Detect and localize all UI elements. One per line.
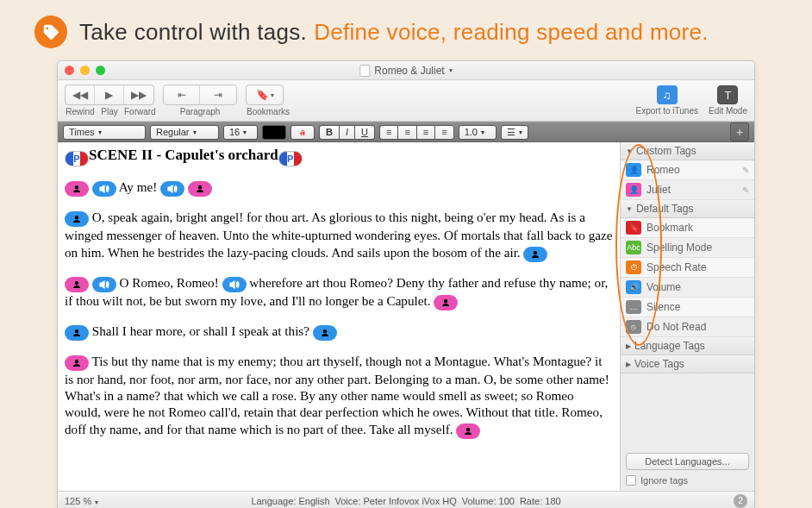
tag-romeo[interactable]: 👤Romeo✎: [621, 160, 754, 180]
align-center-button[interactable]: ≡: [397, 125, 415, 140]
juliet-tag-icon[interactable]: [434, 295, 458, 310]
font-size-input[interactable]: 16▾: [223, 125, 258, 140]
abc-icon: Abc: [626, 241, 641, 254]
status-bar: 125 %▾ Language: English Voice: Peter In…: [58, 491, 754, 508]
language-tags-header[interactable]: ▶Language Tags: [621, 337, 754, 355]
juliet-tag-icon[interactable]: [188, 181, 212, 197]
person-icon: 👤: [626, 163, 641, 177]
line-height-select[interactable]: 1.0▾: [459, 125, 497, 140]
pencil-icon[interactable]: ✎: [742, 166, 749, 175]
pause-tag-icon[interactable]: P: [65, 151, 89, 166]
bookmark-icon: 🔖: [626, 221, 641, 235]
window-title: Romeo & Juliet ▾: [359, 65, 452, 77]
underline-button[interactable]: U: [354, 125, 375, 140]
app-window: Romeo & Juliet ▾ ◀◀ ▶ ▶▶ Rewind Play For…: [57, 60, 755, 508]
export-itunes-button[interactable]: ♫: [657, 85, 678, 104]
tags-sidebar: ▼Custom Tags 👤Romeo✎ 👤Juliet✎ ▼Default T…: [620, 142, 754, 491]
status-voice: Voice: Peter Infovox iVox HQ: [335, 496, 457, 506]
banner-text-2: Define voice, reading speed and more.: [314, 19, 709, 46]
pause-tag-icon[interactable]: P: [278, 151, 303, 166]
bold-button[interactable]: B: [319, 125, 339, 140]
tag-juliet[interactable]: 👤Juliet✎: [621, 180, 754, 200]
tag-bookmark[interactable]: 🔖Bookmark: [621, 218, 754, 238]
silence-icon: …: [626, 300, 641, 314]
font-family-select[interactable]: Times▾: [63, 125, 146, 140]
align-left-button[interactable]: ≡: [379, 125, 397, 140]
close-button[interactable]: [65, 66, 74, 75]
highlight-picker[interactable]: a: [290, 125, 315, 140]
edit-mode-button[interactable]: T: [717, 85, 738, 104]
minimize-button[interactable]: [80, 66, 90, 75]
promo-banner: Take control with tags. Define voice, re…: [0, 0, 812, 60]
person-icon: 👤: [626, 183, 641, 197]
prev-paragraph-button[interactable]: ⇤: [164, 85, 200, 104]
play-button[interactable]: ▶: [95, 85, 124, 104]
status-volume: Volume: 100: [462, 496, 515, 506]
tag-spelling[interactable]: AbcSpelling Mode: [621, 238, 754, 258]
volume-tag-icon[interactable]: [92, 277, 116, 292]
rewind-button[interactable]: ◀◀: [66, 85, 95, 104]
text-color-picker[interactable]: [262, 125, 286, 140]
format-bar: Times▾ Regular▾ 16▾ a B I U ≡ ≡ ≡ ≡ 1.0▾…: [58, 122, 754, 142]
main-toolbar: ◀◀ ▶ ▶▶ Rewind Play Forward ⇤ ⇥ Paragrap…: [58, 80, 754, 122]
volume-tag-icon[interactable]: [160, 181, 184, 197]
mute-icon: ⦸: [626, 320, 641, 334]
pencil-icon[interactable]: ✎: [742, 185, 749, 195]
tag-icon: [34, 16, 67, 48]
editor-pane[interactable]: PSCENE II - Capulet's orchardP Ay me! O,…: [58, 142, 620, 491]
tag-speechrate[interactable]: ⏱Speech Rate: [621, 258, 754, 278]
detect-languages-button[interactable]: Detect Languages...: [626, 453, 749, 470]
volume-tag-icon[interactable]: [222, 277, 247, 292]
status-language: Language: English: [251, 496, 329, 506]
align-justify-button[interactable]: ≡: [434, 125, 453, 140]
juliet-tag-icon[interactable]: [456, 423, 480, 439]
add-panel-button[interactable]: +: [730, 122, 749, 141]
juliet-tag-icon[interactable]: [65, 181, 89, 197]
zoom-indicator[interactable]: 125 %▾: [65, 496, 102, 506]
custom-tags-header[interactable]: ▼Custom Tags: [621, 142, 754, 160]
juliet-tag-icon[interactable]: [65, 355, 89, 371]
status-badge[interactable]: 2: [734, 494, 747, 508]
volume-tag-icon[interactable]: [92, 181, 116, 197]
checkbox-icon[interactable]: [626, 475, 636, 486]
zoom-button[interactable]: [96, 66, 105, 75]
forward-button[interactable]: ▶▶: [124, 85, 153, 104]
italic-button[interactable]: I: [339, 125, 354, 140]
romeo-tag-icon[interactable]: [523, 247, 547, 262]
banner-text-1: Take control with tags.: [79, 19, 307, 46]
juliet-tag-icon[interactable]: [65, 277, 89, 292]
doc-icon: [359, 65, 370, 77]
ignore-tags-checkbox[interactable]: Ignore tags: [626, 475, 749, 486]
default-tags-header[interactable]: ▼Default Tags: [621, 200, 754, 218]
romeo-tag-icon[interactable]: [65, 211, 89, 227]
tag-silence[interactable]: …Silence: [621, 298, 754, 317]
font-weight-select[interactable]: Regular▾: [150, 125, 219, 140]
bookmarks-button[interactable]: 🔖▾: [247, 85, 283, 104]
voice-tags-header[interactable]: ▶Voice Tags: [621, 355, 754, 373]
chevron-down-icon[interactable]: ▾: [449, 66, 453, 74]
list-button[interactable]: ☰▾: [501, 125, 528, 140]
tag-donotread[interactable]: ⦸Do Not Read: [621, 317, 754, 337]
romeo-tag-icon[interactable]: [65, 325, 89, 341]
next-paragraph-button[interactable]: ⇥: [200, 85, 236, 104]
titlebar: Romeo & Juliet ▾: [58, 61, 754, 80]
volume-icon: 🔊: [626, 280, 641, 294]
romeo-tag-icon[interactable]: [313, 325, 337, 341]
align-right-button[interactable]: ≡: [416, 125, 434, 140]
tag-volume[interactable]: 🔊Volume: [621, 278, 754, 298]
gauge-icon: ⏱: [626, 260, 641, 274]
status-rate: Rate: 180: [520, 496, 561, 506]
